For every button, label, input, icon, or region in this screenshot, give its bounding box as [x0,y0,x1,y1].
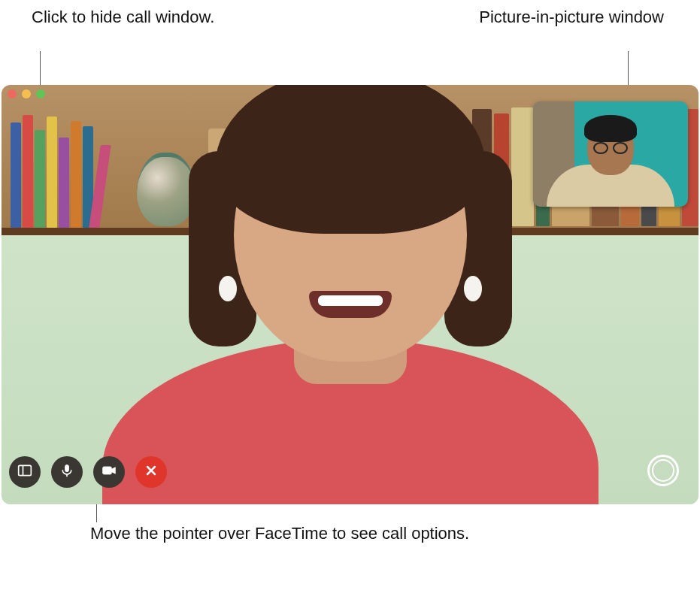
svg-rect-0 [19,465,32,475]
close-button[interactable] [8,89,17,98]
window-controls [8,89,45,98]
pip-self-view[interactable] [533,101,688,207]
callout-pip: Picture-in-picture window [479,6,664,29]
mute-button[interactable] [51,456,83,488]
scene-books [11,115,105,228]
end-call-button[interactable] [135,456,167,488]
video-icon [102,463,117,481]
sidebar-button[interactable] [9,456,41,488]
facetime-window [2,85,698,504]
call-controls [9,456,167,488]
fullscreen-button[interactable] [36,89,45,98]
callout-hide-window: Click to hide call window. [32,6,214,29]
minimize-button[interactable] [22,89,31,98]
microphone-icon [59,463,74,481]
remote-participant-video [110,91,591,504]
live-photo-button[interactable] [647,455,679,486]
close-icon [144,463,159,481]
callout-options: Move the pointer over FaceTime to see ca… [90,522,469,545]
sidebar-icon [17,463,32,481]
video-button[interactable] [93,456,125,488]
svg-rect-2 [65,465,69,472]
svg-rect-4 [103,467,112,474]
